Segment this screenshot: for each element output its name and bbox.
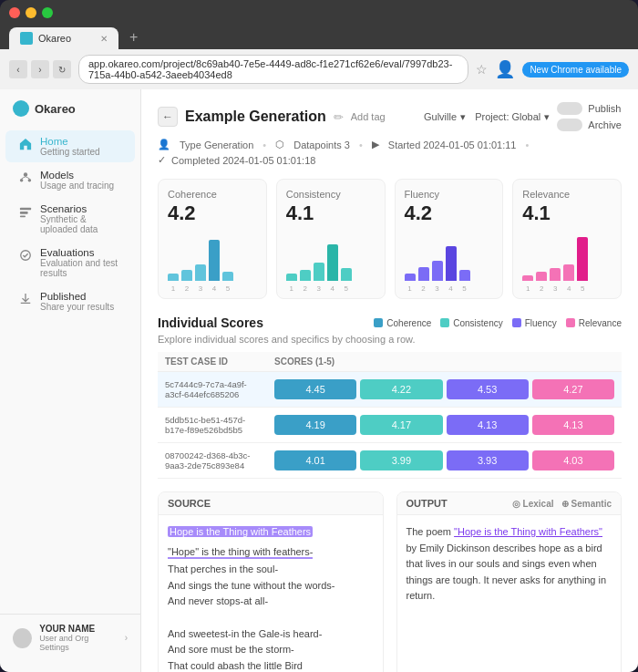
chart-bar	[222, 272, 233, 281]
chart-bar	[577, 237, 588, 281]
sidebar-item-published[interactable]: Published Share your results	[5, 285, 135, 317]
archive-toggle[interactable]: Archive	[557, 119, 622, 131]
new-chrome-button[interactable]: New Chrome available	[522, 62, 629, 78]
top-bar: ← Example Generation ✏ Add tag Gulville …	[158, 102, 622, 131]
legend-label: Coherence	[386, 318, 431, 328]
evaluations-icon	[18, 248, 33, 263]
sidebar-item-label: Models	[40, 170, 114, 181]
publish-toggle[interactable]: Publish	[557, 102, 622, 115]
sidebar-item-models[interactable]: Models Usage and tracing	[5, 164, 135, 196]
test-case-id: 08700242-d368-4b3c-9aa3-2de75c893e84	[158, 443, 267, 479]
traffic-light-green[interactable]	[42, 7, 53, 18]
source-line: And sings the tune without the words-	[168, 578, 374, 594]
sidebar-item-sublabel: Getting started	[40, 147, 100, 157]
add-tag-button[interactable]: Add tag	[351, 111, 386, 122]
publish-label: Publish	[588, 103, 621, 114]
score-pill: 4.13	[532, 415, 614, 435]
chart-bar	[195, 264, 206, 281]
table-row[interactable]: 08700242-d368-4b3c-9aa3-2de75c893e844.01…	[158, 443, 622, 479]
score-pill: 4.53	[447, 379, 529, 399]
legend-item: Relevance	[566, 318, 622, 328]
score-pill: 3.93	[447, 450, 529, 470]
metric-label: Consistency	[286, 189, 376, 200]
url-input[interactable]: app.okareo.com/project/8c69ab40-7e5e-444…	[78, 55, 468, 84]
output-text: The poem	[406, 526, 455, 537]
chart-axis-label: 2	[300, 284, 311, 293]
completed-icon: ✓	[158, 154, 166, 166]
sidebar-item-scenarios[interactable]: Scenarios Synthetic & uploaded data	[5, 198, 135, 240]
test-case-id: 5ddb51c-be51-457d-b17e-f89e526bd5b5	[158, 408, 267, 443]
chart-axis-label: 3	[314, 284, 324, 293]
output-header: OUTPUT ◎ Lexical ⊕ Semantic	[397, 492, 622, 515]
new-tab-button[interactable]: +	[122, 26, 145, 49]
legend-dot	[512, 318, 521, 327]
bookmark-icon[interactable]: ☆	[476, 62, 488, 77]
sidebar-user-settings[interactable]: YOUR NAME User and Org Settings ›	[0, 614, 140, 661]
back-nav-button[interactable]: ‹	[9, 60, 27, 78]
traffic-light-yellow[interactable]	[26, 7, 36, 18]
chart-bar	[446, 246, 457, 281]
chart-axis-label: 3	[550, 284, 561, 293]
chart-bar	[536, 272, 547, 281]
table-row[interactable]: 5c7444c9-7c7a-4a9f-a3cf-644efc6852064.45…	[158, 372, 622, 408]
toggle-row: Publish Archive	[557, 102, 622, 131]
output-label: OUTPUT	[406, 498, 448, 509]
metric-chart	[405, 231, 494, 281]
sidebar-item-evaluations[interactable]: Evaluations Evaluation and test results	[5, 242, 135, 284]
models-icon	[18, 171, 33, 185]
scores-cell: 4.454.224.534.27	[267, 372, 622, 408]
table-row[interactable]: 5ddb51c-be51-457d-b17e-f89e526bd5b54.194…	[158, 408, 622, 443]
legend-item: Coherence	[374, 318, 431, 328]
score-pill: 4.03	[532, 450, 614, 470]
chart-axis-label: 3	[432, 284, 443, 293]
output-body: The poem "Hope is the Thing with Feather…	[397, 515, 622, 614]
sidebar-logo[interactable]: Okareo	[0, 100, 140, 129]
lexical-icon: ◎	[512, 499, 520, 509]
output-text2: by Emily Dickinson describes hope as a b…	[406, 543, 607, 602]
forward-nav-button[interactable]: ›	[31, 60, 49, 78]
metric-label: Coherence	[168, 189, 257, 200]
sidebar-item-home[interactable]: Home Getting started	[5, 130, 135, 162]
source-line: And sore must be the storm-	[168, 642, 374, 658]
traffic-light-red[interactable]	[9, 7, 20, 18]
source-body: Hope is the Thing with Feathers "Hope" i…	[159, 515, 383, 672]
source-label: SOURCE	[168, 498, 211, 509]
svg-point-2	[28, 179, 32, 182]
type-label: Type Generation	[180, 140, 253, 150]
chart-axis-label: 5	[459, 284, 470, 293]
chart-axis-label: 4	[563, 284, 574, 293]
refresh-nav-button[interactable]: ↻	[53, 60, 71, 78]
metric-chart	[286, 231, 376, 281]
chart-bar	[550, 268, 561, 281]
sidebar: Okareo Home Getting started Models Usage…	[0, 89, 141, 672]
metric-value: 4.2	[168, 202, 257, 225]
scenarios-icon	[18, 204, 33, 219]
back-button[interactable]: ←	[158, 107, 178, 127]
user-sub: User and Org Settings	[39, 634, 118, 652]
browser-tab[interactable]: Okareo ✕	[9, 27, 118, 49]
page-title: Example Generation	[185, 109, 326, 125]
sidebar-item-label: Published	[40, 291, 114, 302]
tab-lexical[interactable]: ◎ Lexical	[512, 499, 554, 509]
chart-bar	[300, 270, 311, 281]
main-content: ← Example Generation ✏ Add tag Gulville …	[141, 89, 638, 672]
archive-toggle-switch[interactable]	[557, 119, 582, 131]
svg-line-3	[22, 177, 26, 179]
profile-icon: 👤	[495, 59, 515, 79]
metric-label: Fluency	[405, 189, 494, 200]
tab-close-icon[interactable]: ✕	[100, 34, 108, 44]
tab-label: Okareo	[38, 33, 71, 44]
source-header: SOURCE	[159, 492, 383, 515]
started-label: Started 2024-01-05 01:01:11	[388, 140, 517, 150]
publish-toggle-switch[interactable]	[557, 102, 582, 115]
legend-item: Fluency	[512, 318, 557, 328]
chart-bar	[314, 263, 324, 281]
chart-axis-label: 3	[195, 284, 206, 293]
chart-axis-label: 4	[209, 284, 220, 293]
col-scores-header: SCORES (1-5)	[267, 352, 622, 372]
source-line: That could abash the little Bird	[168, 658, 374, 672]
tab-semantic[interactable]: ⊕ Semantic	[561, 499, 612, 509]
output-highlight: "Hope is the Thing with Feathers"	[454, 526, 602, 537]
score-pill: 4.01	[274, 450, 356, 470]
edit-icon[interactable]: ✏	[334, 110, 344, 124]
